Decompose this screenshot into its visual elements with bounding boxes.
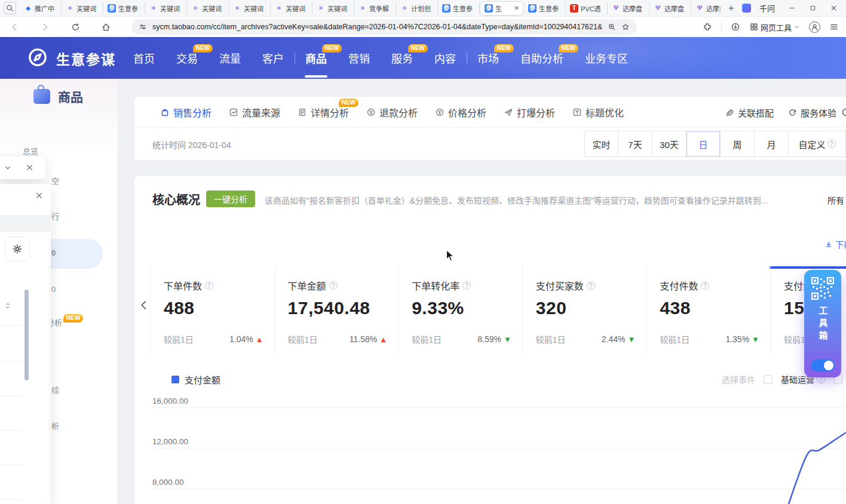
- subnav-tab[interactable]: 流量来源: [229, 105, 280, 119]
- subnav-tab[interactable]: 打爆分析: [504, 105, 555, 119]
- event-checkbox[interactable]: [764, 375, 773, 384]
- close-window-icon[interactable]: [830, 4, 838, 12]
- nav-item[interactable]: 自助分析 NEW: [510, 37, 574, 79]
- sidebar-item-fragment[interactable]: 综: [51, 384, 59, 396]
- minimize-icon[interactable]: [788, 4, 796, 12]
- date-range-button[interactable]: 7天: [618, 131, 652, 157]
- date-range-button[interactable]: 30天: [652, 131, 686, 157]
- sidebar-item-fragment[interactable]: 分析NEW: [47, 316, 83, 328]
- browser-tab[interactable]: ✳ 竞争解: [354, 2, 396, 14]
- extensions-icon[interactable]: [703, 22, 712, 32]
- downloads-icon[interactable]: [731, 22, 740, 32]
- url-text[interactable]: sycm.taobao.com/cc/item_archives?activeK…: [152, 23, 602, 31]
- nav-item[interactable]: 服务 NEW: [381, 37, 424, 79]
- browser-tab[interactable]: 参 生意参: [103, 2, 145, 14]
- web-tools-menu[interactable]: 网页工具: [749, 21, 800, 33]
- help-icon[interactable]: [701, 281, 709, 290]
- browser-tab[interactable]: ✳ 关键词: [62, 2, 103, 14]
- date-range-button[interactable]: 日: [686, 131, 721, 157]
- site-controls-icon[interactable]: [139, 23, 147, 31]
- date-range-button[interactable]: 实时: [584, 131, 618, 157]
- browser-tab[interactable]: T PVC透: [566, 2, 608, 14]
- date-range-button[interactable]: 月: [755, 131, 789, 157]
- subnav-tab[interactable]: 销售分析: [160, 105, 212, 119]
- metric-card[interactable]: 下单件数 488 较前1日 1.04%: [150, 266, 274, 354]
- one-click-analyze-button[interactable]: 一键分析: [206, 190, 255, 207]
- help-icon[interactable]: [329, 281, 338, 290]
- date-range-button[interactable]: 周: [721, 131, 755, 157]
- nav-item[interactable]: 流量: [209, 37, 252, 79]
- nav-item[interactable]: 内容: [424, 37, 467, 79]
- metric-card[interactable]: 下单金额 17,540.48 较前1日 11.58%: [274, 266, 399, 354]
- cards-scroll-left-icon[interactable]: [138, 299, 150, 312]
- reload-icon[interactable]: [70, 22, 81, 32]
- sort-icon[interactable]: [4, 301, 12, 311]
- browser-tab[interactable]: ✳ 关键词: [229, 2, 271, 14]
- nav-item[interactable]: 首页: [122, 37, 165, 79]
- legend-item[interactable]: 支付金额: [171, 373, 220, 386]
- subnav-tab[interactable]: 价格分析: [435, 105, 486, 119]
- tab-close-icon[interactable]: [514, 5, 519, 11]
- browser-tab[interactable]: 参 生: [480, 1, 524, 16]
- subnav-tab[interactable]: 详情分析 NEW: [298, 105, 349, 119]
- browser-tab[interactable]: ◆ 推广中: [20, 2, 62, 14]
- metric-card[interactable]: 支付买家数 320 较前1日 2.44%: [522, 266, 646, 354]
- browser-tab[interactable]: ✳ 计划创: [396, 2, 438, 14]
- subnav-link[interactable]: 关联搭配: [725, 106, 774, 119]
- close-icon[interactable]: [25, 163, 34, 172]
- nav-item[interactable]: 客户: [252, 37, 295, 79]
- help-icon[interactable]: [827, 140, 836, 148]
- sidebar-item-fragment[interactable]: 空: [51, 175, 59, 187]
- maximize-icon[interactable]: [809, 4, 817, 12]
- browser-tab[interactable]: ✳ 关键词: [271, 2, 312, 14]
- bookmark-star-icon[interactable]: [621, 23, 630, 31]
- clipped-link-icon[interactable]: [841, 107, 846, 117]
- nav-item[interactable]: 营销: [338, 37, 381, 79]
- subnav-tab[interactable]: 标题优化: [572, 105, 624, 119]
- toolbox-widget[interactable]: 工具箱: [804, 270, 841, 377]
- help-icon[interactable]: [462, 281, 471, 290]
- metric-card[interactable]: 下单转化率 9.33% 较前1日 8.59%: [398, 266, 522, 354]
- download-link[interactable]: 下载: [824, 238, 846, 250]
- subnav-link[interactable]: 服务体验: [788, 106, 836, 119]
- nav-item[interactable]: 交易 NEW: [165, 37, 209, 79]
- browser-menu-icon[interactable]: [829, 22, 839, 32]
- browser-tab[interactable]: ✳ 关键词: [187, 2, 229, 14]
- scrollbar-thumb[interactable]: [24, 290, 29, 380]
- browser-tab[interactable]: Ψ 达摩盘: [691, 2, 721, 14]
- app-title[interactable]: 生意参谋: [56, 48, 116, 69]
- date-range-button[interactable]: 自定义: [789, 131, 846, 157]
- sidebar-item-fragment[interactable]: 总览: [23, 145, 38, 156]
- all-metrics-link[interactable]: 所有: [827, 194, 844, 206]
- forward-icon[interactable]: [40, 22, 50, 32]
- subnav-tab[interactable]: 退款分析: [366, 105, 418, 119]
- new-tab-button[interactable]: [725, 2, 737, 14]
- browser-tab[interactable]: Ψ 达摩盘: [608, 2, 649, 14]
- sidebar-item-fragment[interactable]: 析: [51, 420, 59, 432]
- help-icon[interactable]: [205, 281, 213, 290]
- collapse-icon[interactable]: [4, 164, 12, 172]
- browser-tab[interactable]: 参 生意参: [524, 2, 566, 14]
- sycm-logo-icon[interactable]: [27, 47, 48, 67]
- home-icon[interactable]: [101, 22, 111, 32]
- help-icon[interactable]: [587, 281, 595, 290]
- sidebar-item-fragment[interactable]: 行: [51, 210, 59, 222]
- browser-tab[interactable]: Ψ 达摩盘: [649, 2, 691, 14]
- nav-item[interactable]: 市场 NEW: [467, 37, 510, 79]
- sidebar-item-fragment[interactable]: 0: [51, 283, 56, 295]
- toolbox-toggle[interactable]: [811, 359, 835, 371]
- close-icon[interactable]: [35, 191, 44, 200]
- zoom-icon[interactable]: [608, 23, 616, 31]
- back-icon[interactable]: [10, 22, 20, 32]
- metric-card[interactable]: 支付件数 438 较前1日 1.35%: [646, 266, 770, 354]
- address-bar[interactable]: sycm.taobao.com/cc/item_archives?activeK…: [131, 19, 637, 35]
- tab-search-icon[interactable]: [4, 2, 16, 14]
- browser-tab[interactable]: ✳ 关键词: [312, 2, 354, 14]
- nav-item[interactable]: 商品 NEW: [295, 37, 338, 79]
- sidebar-item-fragment[interactable]: 0: [51, 247, 56, 259]
- settings-button[interactable]: [5, 236, 30, 262]
- browser-tab[interactable]: 参 生意参: [438, 2, 480, 14]
- nav-item[interactable]: 业务专区: [574, 37, 639, 79]
- profile-avatar[interactable]: [809, 21, 820, 33]
- browser-tab[interactable]: ✳ 关键词: [145, 2, 187, 14]
